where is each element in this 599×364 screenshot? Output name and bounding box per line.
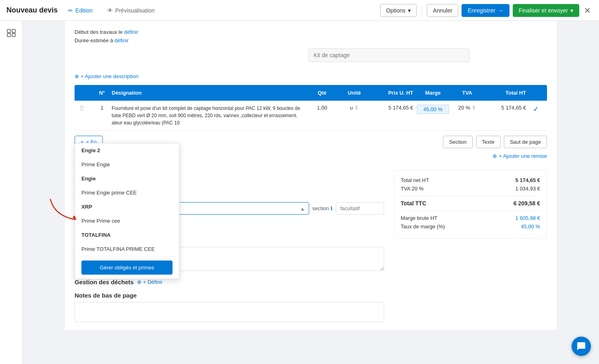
table-header: N° Désignation Qté Unité Prix U. HT Marg… <box>75 85 547 101</box>
table-row: ⠿ 1 Fourniture et pose d'un kit complet … <box>75 101 547 131</box>
plus-icon: ⊕ <box>75 73 79 79</box>
col-unite: Unité <box>338 89 370 97</box>
col-qte: Qté <box>306 89 338 97</box>
svg-rect-0 <box>7 29 10 33</box>
summary-marge-brute: Marge brute HT 1 605,98 € <box>401 215 540 221</box>
summary-total-net: Total net HT 5 174,65 € <box>401 177 540 183</box>
gestion-dechets-section: Gestion des déchets ⊕ + Définir <box>75 279 384 285</box>
row-num: 1 <box>94 104 110 112</box>
notes-section: Notes de bas de page <box>75 292 384 322</box>
duree-row: Durée estimée à définir <box>75 37 547 43</box>
col-tva: TVA <box>451 89 483 97</box>
row-price: 5 174,65 € <box>370 104 415 112</box>
notes-box[interactable] <box>75 302 384 322</box>
summary-divider-1 <box>401 196 540 196</box>
dropdown-item-prime-cee[interactable]: Prime Engie prime CEE <box>75 186 179 200</box>
separator <box>422 6 422 15</box>
texte-button[interactable]: Texte <box>476 136 501 148</box>
dropdown-scroll-area: Engie 2 Prime Engie Engie Prime Engie pr… <box>75 143 179 256</box>
section-optional-input[interactable] <box>336 202 384 215</box>
add-description-link[interactable]: ⊕ + Ajouter une description <box>75 73 547 79</box>
annuler-button[interactable]: Annuler <box>427 4 458 17</box>
tab-edition[interactable]: ✏ Edition <box>64 5 97 16</box>
chevron-down-icon-2: ▾ <box>570 7 573 14</box>
dropdown-item-prime-prime-cee[interactable]: Prime Prime cee <box>75 214 179 228</box>
col-designation: Désignation <box>110 89 306 97</box>
svg-rect-1 <box>12 29 15 33</box>
enregistrer-button[interactable]: Enregistrer → <box>462 4 509 17</box>
dropdown-item-xrp[interactable]: XRP <box>75 200 179 214</box>
col-marge: Marge <box>415 89 451 97</box>
row-total: 5 174,65 € <box>483 104 528 112</box>
chat-icon <box>576 341 586 351</box>
eye-icon: 👁 <box>107 7 113 14</box>
svg-rect-3 <box>12 33 15 37</box>
plus-icon-3: ⊕ <box>137 279 141 285</box>
dropdown-item-prime-engie[interactable]: Prime Engie <box>75 157 179 172</box>
items-table: N° Désignation Qté Unité Prix U. HT Marg… <box>75 85 547 131</box>
col-total: Total HT <box>483 89 528 97</box>
col-actions <box>528 89 544 97</box>
pencil-icon: ✏ <box>68 7 73 14</box>
gerer-button-container: Gérer obligés et primes <box>75 256 179 279</box>
sidebar-icon-box[interactable] <box>4 26 19 40</box>
finaliser-button[interactable]: Finaliser et envoyer ▾ <box>513 4 579 17</box>
chat-bubble[interactable] <box>572 337 591 356</box>
close-button[interactable]: ✕ <box>582 4 593 17</box>
options-button[interactable]: Options ▾ <box>380 4 417 17</box>
page-title: Nouveau devis <box>6 6 58 14</box>
row-designation: Fourniture et pose d'un kit complet de c… <box>110 104 306 127</box>
col-num: N° <box>94 89 110 97</box>
summary-total-ttc: Total TTC 6 209,58 € <box>401 200 540 207</box>
summary-tva: TVA 20 % 1 034,93 € <box>401 186 540 192</box>
svg-rect-2 <box>7 33 10 37</box>
row-check[interactable]: ✓ <box>528 104 544 114</box>
debut-row: Début des travaux le définir <box>75 29 547 35</box>
topbar: Nouveau devis ✏ Edition 👁 Prévisualisati… <box>0 0 599 21</box>
col-prix: Prix U. HT <box>370 89 415 97</box>
tva-arrows: ⇕ <box>472 105 476 111</box>
drag-handle[interactable]: ⠿ <box>78 104 94 113</box>
tab-preview[interactable]: 👁 Prévisualisation <box>103 5 159 16</box>
summary-taux-marge: Taux de marge (%) 45,00 % <box>401 223 540 230</box>
bottom-right: Total net HT 5 174,65 € TVA 20 % 1 034,9… <box>394 170 547 322</box>
layout: Début des travaux le définir Durée estim… <box>0 21 599 364</box>
actions-container: + + Fo + Ligne Section Texte Saut de pag… <box>75 131 547 153</box>
col-drag <box>78 89 94 97</box>
kit-captage-section <box>75 48 547 68</box>
gerer-button[interactable]: Gérer obligés et primes <box>81 261 173 275</box>
content-area: Début des travaux le définir Durée estim… <box>65 21 557 330</box>
unit-arrows: ⇕ <box>354 105 359 111</box>
row-unit: u ⇕ <box>338 104 370 112</box>
section-button[interactable]: Section <box>443 136 472 148</box>
prime-dropdown-menu[interactable]: Engie 2 Prime Engie Engie Prime Engie pr… <box>75 143 179 279</box>
gestion-definir-link[interactable]: ⊕ + Définir <box>137 279 163 285</box>
section-label: section ℹ <box>312 205 333 211</box>
plus-circle-icon: ⊕ <box>493 153 497 159</box>
summary-divider-2 <box>401 211 540 211</box>
dropdown-item-engie2[interactable]: Engie 2 <box>75 143 179 157</box>
info-icon: ℹ <box>331 205 333 211</box>
marge-input[interactable] <box>417 105 449 114</box>
debut-link[interactable]: définir <box>124 29 138 35</box>
topbar-actions: Options ▾ Annuler Enregistrer → Finalise… <box>380 4 593 17</box>
dropdown-item-totalfina[interactable]: TOTALFINA <box>75 228 179 242</box>
row-marge[interactable] <box>415 104 451 115</box>
dropdown-item-engie[interactable]: Engie <box>75 172 179 186</box>
row-tva: 20 % ⇕ <box>451 104 483 112</box>
summary-box: Total net HT 5 174,65 € TVA 20 % 1 034,9… <box>394 170 547 239</box>
close-icon: ✕ <box>584 6 591 15</box>
row-qty: 1,00 <box>306 104 338 112</box>
saut-page-button[interactable]: Saut de page <box>504 136 547 148</box>
arrow-right-icon: → <box>498 7 503 14</box>
sidebar <box>0 21 23 364</box>
kit-captage-input[interactable] <box>308 48 470 62</box>
dropdown-item-prime-totalfina[interactable]: Prime TOTALFINA PRIME CEE <box>75 242 179 256</box>
chevron-down-icon: ▾ <box>408 7 411 14</box>
main-content: Début des travaux le définir Durée estim… <box>23 21 599 364</box>
duree-link[interactable]: définir <box>114 37 129 43</box>
